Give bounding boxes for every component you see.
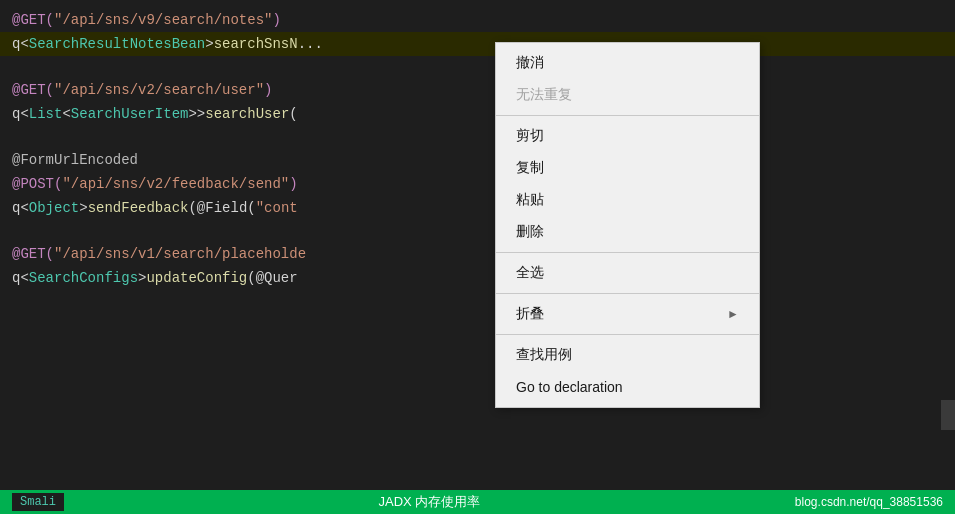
smali-tag: Smali xyxy=(12,493,64,511)
menu-separator-1 xyxy=(496,115,759,116)
method-updateconfig: updateConfig xyxy=(146,267,247,289)
code-line-12: q<SearchConfigs> updateConfig(@Quer xyxy=(0,266,955,290)
menu-fold-label: 折叠 xyxy=(516,305,544,323)
plain-close4: > xyxy=(138,267,146,289)
annotation-get-3: @GET( xyxy=(12,243,54,265)
menu-selectall-label: 全选 xyxy=(516,264,544,282)
menu-gotodecl-label: Go to declaration xyxy=(516,379,623,395)
method-searchsns: searchSnsN xyxy=(214,33,298,55)
code-line-8: @POST("/api/sns/v2/feedback/send") xyxy=(0,172,955,196)
menu-item-redo[interactable]: 无法重复 xyxy=(496,79,759,111)
status-center-text: JADX 内存使用率 xyxy=(379,493,481,511)
menu-separator-4 xyxy=(496,334,759,335)
class-searchuseritem: SearchUserItem xyxy=(71,103,189,125)
menu-copy-label: 复制 xyxy=(516,159,544,177)
method-searchuser: searchUser xyxy=(205,103,289,125)
plain-paren2: (@Field( xyxy=(188,197,255,219)
annotation-form: @FormUrlEncoded xyxy=(12,149,138,171)
code-line-2: q<SearchResultNotesBean> searchSnsN... xyxy=(0,32,955,56)
menu-item-delete[interactable]: 删除 xyxy=(496,216,759,248)
plain-lt: < xyxy=(62,103,70,125)
code-line-9: q<Object> sendFeedback(@Field("cont xyxy=(0,196,955,220)
annotation-post: @POST( xyxy=(12,173,62,195)
plain-q3: q< xyxy=(12,197,29,219)
string-cont: "cont xyxy=(256,197,298,219)
class-list: List xyxy=(29,103,63,125)
menu-redo-label: 无法重复 xyxy=(516,86,572,104)
code-line-empty-1 xyxy=(0,56,955,78)
string-3: "/api/sns/v2/feedback/send" xyxy=(62,173,289,195)
menu-item-undo[interactable]: 撤消 xyxy=(496,47,759,79)
menu-item-go-to-decl[interactable]: Go to declaration xyxy=(496,371,759,403)
annotation-close-1: ) xyxy=(272,9,280,31)
class-searchresult: SearchResultNotesBean xyxy=(29,33,205,55)
plain-q1: q< xyxy=(12,33,29,55)
status-left: Smali xyxy=(12,493,64,511)
menu-item-cut[interactable]: 剪切 xyxy=(496,120,759,152)
status-bar: Smali JADX 内存使用率 blog.csdn.net/qq_388515… xyxy=(0,490,955,514)
status-right-text: blog.csdn.net/qq_38851536 xyxy=(795,495,943,509)
plain-dots1: ... xyxy=(298,33,323,55)
menu-item-paste[interactable]: 粘贴 xyxy=(496,184,759,216)
context-menu: 撤消 无法重复 剪切 复制 粘贴 删除 全选 折叠 ► 查找用例 Go to d… xyxy=(495,42,760,408)
plain-paren3: (@Quer xyxy=(247,267,297,289)
menu-item-fold[interactable]: 折叠 ► xyxy=(496,298,759,330)
class-searchconfigs: SearchConfigs xyxy=(29,267,138,289)
plain-gt: >> xyxy=(188,103,205,125)
menu-cut-label: 剪切 xyxy=(516,127,544,145)
annotation-close-2: ) xyxy=(264,79,272,101)
menu-separator-2 xyxy=(496,252,759,253)
menu-item-selectall[interactable]: 全选 xyxy=(496,257,759,289)
menu-separator-3 xyxy=(496,293,759,294)
code-line-5: q<List<SearchUserItem>> searchUser( xyxy=(0,102,955,126)
plain-close1: > xyxy=(205,33,213,55)
string-2: "/api/sns/v2/search/user" xyxy=(54,79,264,101)
menu-delete-label: 删除 xyxy=(516,223,544,241)
annotation-close-3: ) xyxy=(289,173,297,195)
plain-paren1: ( xyxy=(289,103,297,125)
menu-item-copy[interactable]: 复制 xyxy=(496,152,759,184)
code-line-empty-3 xyxy=(0,220,955,242)
scrollbar[interactable] xyxy=(941,400,955,430)
method-sendfeedback: sendFeedback xyxy=(88,197,189,219)
annotation-get-1: @GET( xyxy=(12,9,54,31)
menu-item-find-usage[interactable]: 查找用例 xyxy=(496,339,759,371)
menu-undo-label: 撤消 xyxy=(516,54,544,72)
plain-q2: q< xyxy=(12,103,29,125)
string-4: "/api/sns/v1/search/placeholde xyxy=(54,243,306,265)
annotation-get-2: @GET( xyxy=(12,79,54,101)
code-line-1: @GET("/api/sns/v9/search/notes") xyxy=(0,8,955,32)
code-line-11: @GET("/api/sns/v1/search/placeholde xyxy=(0,242,955,266)
menu-paste-label: 粘贴 xyxy=(516,191,544,209)
code-line-empty-2 xyxy=(0,126,955,148)
string-1: "/api/sns/v9/search/notes" xyxy=(54,9,272,31)
fold-arrow-icon: ► xyxy=(727,307,739,321)
plain-close3: > xyxy=(79,197,87,219)
plain-q4: q< xyxy=(12,267,29,289)
code-line-7: @FormUrlEncoded xyxy=(0,148,955,172)
menu-findusage-label: 查找用例 xyxy=(516,346,572,364)
code-line-4: @GET("/api/sns/v2/search/user") xyxy=(0,78,955,102)
class-object: Object xyxy=(29,197,79,219)
code-editor: @GET("/api/sns/v9/search/notes") q<Searc… xyxy=(0,0,955,470)
